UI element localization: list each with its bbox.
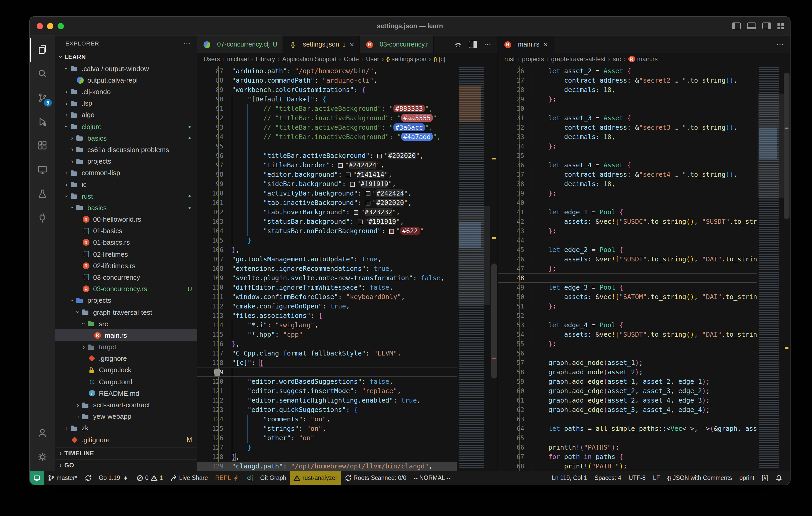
- status-live-share[interactable]: Live Share: [167, 471, 212, 485]
- status-rust-analyzer[interactable]: rust-analyzer: [290, 471, 341, 485]
- breadcrumb-item-main-rs[interactable]: Rmain.rs: [628, 55, 658, 63]
- breadcrumb-item-projects[interactable]: projects: [522, 55, 544, 63]
- minimap[interactable]: [758, 65, 784, 471]
- section-go[interactable]: ›GO: [55, 459, 197, 471]
- tree-item-gitignore[interactable]: ›.gitignore: [55, 353, 197, 364]
- tree-item-ic[interactable]: ›ic: [55, 179, 197, 190]
- code-editor-settings-json[interactable]: 87"arduino.path": "/opt/homebrew/bin/",8…: [197, 65, 498, 471]
- status-remote-indicator[interactable]: [30, 471, 44, 485]
- minimap-slider[interactable]: [458, 206, 490, 305]
- status-sync[interactable]: [81, 471, 95, 485]
- minimize-button[interactable]: [47, 23, 53, 29]
- toggle-panel-icon[interactable]: [747, 23, 756, 29]
- breadcrumb-item-rust[interactable]: rust: [504, 55, 515, 63]
- tree-item-projects[interactable]: ›projects: [55, 295, 197, 306]
- status-language-mode[interactable]: {}JSON with Comments: [664, 471, 735, 485]
- breadcrumb-item-user[interactable]: User: [366, 55, 379, 63]
- scrollbar-thumb[interactable]: [491, 264, 497, 378]
- status-encoding[interactable]: UTF-8: [625, 471, 649, 485]
- activity-explorer[interactable]: [30, 38, 55, 62]
- tab-settings-json[interactable]: {}settings.json1×: [283, 35, 360, 53]
- breadcrumb-item-users[interactable]: Users: [204, 55, 220, 63]
- tree-item-target[interactable]: ›target: [55, 341, 197, 353]
- sidebar-more-icon[interactable]: ⋯: [183, 39, 191, 48]
- breadcrumb-item-graph-traversal-test[interactable]: graph-traversal-test: [551, 55, 606, 63]
- status-clj[interactable]: clj: [243, 471, 257, 485]
- status-indentation[interactable]: Spaces: 4: [591, 471, 625, 485]
- tab-03-concurrency-r[interactable]: R03-concurrency.r: [360, 35, 434, 53]
- breadcrumb-item-code[interactable]: Code: [344, 55, 359, 63]
- breadcrumb-item-settings-json[interactable]: {}settings.json: [386, 55, 427, 63]
- activity-testing[interactable]: [30, 182, 55, 206]
- tree-item-rust[interactable]: ›rust●: [55, 190, 197, 202]
- status-vim-mode[interactable]: -- NORMAL --: [410, 471, 454, 485]
- minimap-slider[interactable]: [758, 94, 784, 198]
- status-lambda[interactable]: [λ]: [758, 471, 772, 485]
- status-roots-scanned[interactable]: Roots Scanned: 0/0: [341, 471, 410, 485]
- tree-item-01-basics[interactable]: ›01-basics: [55, 225, 197, 237]
- section-learn[interactable]: › LEARN: [55, 51, 197, 63]
- status-git-branch[interactable]: master*: [44, 471, 81, 485]
- tree-item-00-helloworld-rs[interactable]: ›R00-helloworld.rs: [55, 214, 197, 225]
- status-cursor-position[interactable]: Ln 119, Col 1: [548, 471, 591, 485]
- more-actions-icon[interactable]: ⋯: [484, 40, 491, 49]
- scrollbar[interactable]: [784, 65, 790, 471]
- activity-repl-plug[interactable]: [30, 206, 55, 230]
- status-go-version[interactable]: Go 1.19: [95, 471, 133, 485]
- tree-item-scrt-smart-contract[interactable]: ›scrt-smart-contract: [55, 399, 197, 411]
- more-actions-icon[interactable]: ⋯: [776, 40, 784, 49]
- activity-extensions[interactable]: [30, 134, 55, 158]
- tree-item-projects[interactable]: ›projects: [55, 155, 197, 167]
- minimap[interactable]: [458, 65, 490, 471]
- activity-source-control[interactable]: 5: [30, 86, 55, 110]
- tree-item-calva-output-window[interactable]: ›.calva / output-window: [55, 63, 197, 74]
- tree-item-main-rs[interactable]: ›Rmain.rs: [55, 330, 197, 341]
- tab-main-rs[interactable]: Rmain.rs×: [498, 35, 554, 53]
- tree-item-clojure[interactable]: ›clojure●: [55, 121, 197, 132]
- tree-item-gitignore[interactable]: ›.gitignoreM: [55, 434, 197, 446]
- scrollbar-thumb[interactable]: [784, 73, 789, 219]
- zoom-button[interactable]: [58, 23, 64, 29]
- tree-item-algo[interactable]: ›algo: [55, 109, 197, 121]
- activity-search[interactable]: [30, 62, 55, 86]
- tree-item-basics[interactable]: ›basics●: [55, 202, 197, 214]
- status-notifications[interactable]: [772, 471, 786, 485]
- tree-item-src[interactable]: ›src: [55, 318, 197, 329]
- tree-item-03-concurrency[interactable]: ›03-concurrency: [55, 272, 197, 283]
- status-problems[interactable]: 01: [133, 471, 167, 485]
- tree-item-zk[interactable]: ›zk: [55, 422, 197, 434]
- status-pprint[interactable]: pprint: [735, 471, 758, 485]
- status-repl[interactable]: REPL: [212, 471, 243, 485]
- tree-item-01-basics-rs[interactable]: ›R01-basics.rs: [55, 237, 197, 248]
- close-icon[interactable]: ×: [544, 40, 548, 49]
- tree-item-02-lifetimes[interactable]: ›02-lifetimes: [55, 248, 197, 260]
- status-eol[interactable]: LF: [649, 471, 664, 485]
- toggle-secondary-sidebar-icon[interactable]: [762, 23, 771, 29]
- activity-run-debug[interactable]: [30, 110, 55, 134]
- breadcrumb-item-michael[interactable]: michael: [227, 55, 249, 63]
- breadcrumb-item-library[interactable]: Library: [256, 55, 275, 63]
- status-git-graph[interactable]: Git Graph: [257, 471, 290, 485]
- tree-item-cargo-toml[interactable]: ›Cargo.toml: [55, 376, 197, 387]
- activity-settings[interactable]: [30, 445, 55, 469]
- tree-item-clj-kondo[interactable]: ›.clj-kondo: [55, 86, 197, 97]
- activity-accounts[interactable]: [30, 421, 55, 445]
- activity-remote-explorer[interactable]: [30, 158, 55, 182]
- tree-item-output-calva-repl[interactable]: ›output.calva-repl: [55, 74, 197, 86]
- tree-item-readme-md[interactable]: ›iREADME.md: [55, 388, 197, 399]
- tree-item-02-lifetimes-rs[interactable]: ›R02-lifetimes.rs: [55, 260, 197, 271]
- tree-item-lsp[interactable]: ›.lsp: [55, 97, 197, 109]
- customize-layout-icon[interactable]: [778, 23, 784, 29]
- breadcrumb-item-src[interactable]: src: [613, 55, 621, 63]
- toggle-primary-sidebar-icon[interactable]: [732, 23, 741, 29]
- close-icon[interactable]: ×: [350, 40, 354, 49]
- tree-item-common-lisp[interactable]: ›common-lisp: [55, 167, 197, 179]
- breadcrumb-item-c[interactable]: {}[c]: [433, 55, 445, 63]
- tree-item-graph-traversal-test[interactable]: ›graph-traversal-test: [55, 306, 197, 318]
- section-timeline[interactable]: ›TIMELINE: [55, 447, 197, 459]
- tab-07-concurrency-clj[interactable]: 07-concurrency.cljU: [197, 35, 283, 53]
- close-button[interactable]: [37, 23, 43, 29]
- breadcrumb-item-application-support[interactable]: Application Support: [282, 55, 337, 63]
- tree-item-basics[interactable]: ›basics●: [55, 132, 197, 144]
- code-editor-main-rs[interactable]: 26 let asset_2 = Asset {27 contract_addr…: [498, 65, 790, 471]
